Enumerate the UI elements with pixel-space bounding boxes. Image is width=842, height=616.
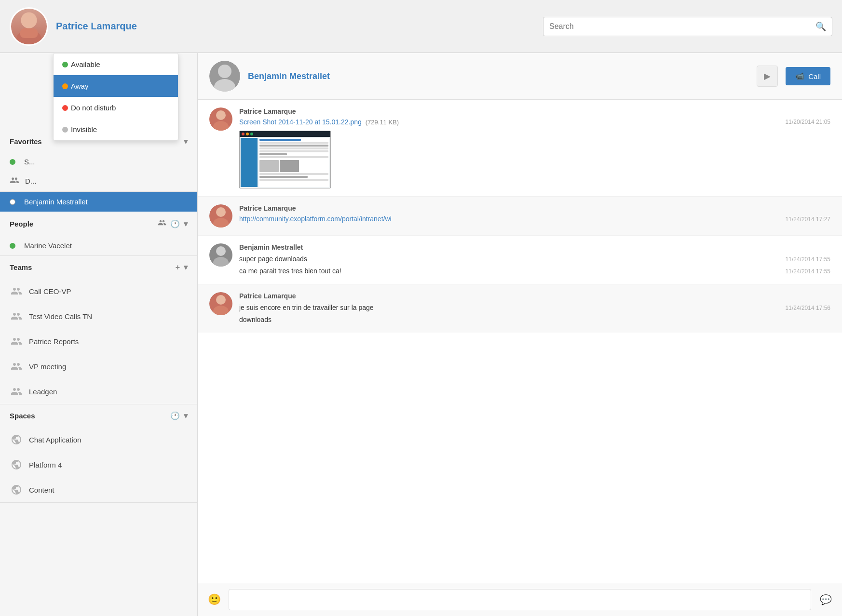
msg-content-2: Patrice Lamarque http://community.exopla… xyxy=(239,204,830,223)
msg-sender-patrice: Patrice Lamarque xyxy=(239,107,296,115)
msg-link[interactable]: http://community.exoplatform.com/portal/… xyxy=(239,215,392,223)
teams-icon-ceo xyxy=(10,284,23,298)
svg-point-5 xyxy=(218,65,231,78)
svg-point-11 xyxy=(216,207,226,217)
msg-header-4: Patrice Lamarque xyxy=(239,292,830,300)
emoji-button[interactable]: 🙂 xyxy=(205,591,223,608)
status-option-invisible[interactable]: Invisible xyxy=(54,119,178,140)
svg-point-17 xyxy=(216,295,226,305)
chat-input[interactable] xyxy=(229,589,811,610)
teams-header: Teams + ▾ xyxy=(0,256,197,279)
msg-text-4-1: je suis encore en trin de travailler sur… xyxy=(239,303,374,313)
spaces-item-chat[interactable]: Chat Application xyxy=(0,427,197,452)
chat-contact-avatar xyxy=(209,61,240,92)
teams-actions: + ▾ xyxy=(176,263,188,272)
msg-line-3-2: ca me parait tres tres bien tout ca! 11/… xyxy=(239,266,830,276)
teams-icon-leadgen xyxy=(10,385,23,398)
teams-plus-icon[interactable]: + xyxy=(176,263,180,272)
fav1-dot xyxy=(10,159,15,165)
people-list-icon[interactable] xyxy=(158,218,166,229)
favorites-label: Favorites xyxy=(10,137,42,146)
teams-item-ceo[interactable]: Call CEO-VP xyxy=(0,279,197,304)
spaces-item-platform[interactable]: Platform 4 xyxy=(0,452,197,477)
msg-sender-patrice2: Patrice Lamarque xyxy=(239,204,296,212)
spaces-icon-chat xyxy=(10,433,23,446)
people-header: People 🕐 ▾ xyxy=(0,212,197,236)
spaces-content-label: Content xyxy=(29,486,54,494)
spaces-item-content[interactable]: Content xyxy=(0,477,197,502)
teams-item-video[interactable]: Test Video Calls TN xyxy=(0,304,197,329)
msg-header-1: Patrice Lamarque xyxy=(239,107,830,115)
patrice-avatar-3 xyxy=(209,292,232,315)
people-actions: 🕐 ▾ xyxy=(158,218,188,229)
send-button[interactable]: 💬 xyxy=(817,591,834,608)
favorites-chevron-icon[interactable]: ▾ xyxy=(184,137,188,146)
fav2-label: D... xyxy=(25,177,36,185)
sidebar: Available Away Do not disturb Invisible … xyxy=(0,53,198,616)
status-option-available[interactable]: Available xyxy=(54,54,178,75)
svg-point-14 xyxy=(216,246,226,256)
msg-timestamp-1: 11/20/2014 21:05 xyxy=(786,119,830,125)
patrice-avatar-1 xyxy=(209,107,232,131)
svg-rect-3 xyxy=(20,28,38,38)
msg-file-row: Screen Shot 2014-11-20 at 15.01.22.png (… xyxy=(239,118,830,126)
msg-filesize: (729.11 KB) xyxy=(366,119,399,126)
msg-link-row: http://community.exoplatform.com/portal/… xyxy=(239,215,830,223)
people-item-marine[interactable]: Marine Vacelet xyxy=(0,236,197,255)
search-input[interactable] xyxy=(549,22,815,31)
play-button[interactable]: ▶ xyxy=(757,66,778,87)
search-box[interactable]: 🔍 xyxy=(543,17,832,36)
msg-filename[interactable]: Screen Shot 2014-11-20 at 15.01.22.png xyxy=(239,118,362,126)
active-contact-dot xyxy=(10,199,15,205)
msg-header-3: Benjamin Mestrallet xyxy=(239,243,830,251)
chat-contact-name: Benjamin Mestrallet xyxy=(248,71,749,81)
marine-dot xyxy=(10,243,15,249)
active-contact-item[interactable]: Benjamin Mestrallet xyxy=(0,192,197,212)
status-option-away[interactable]: Away xyxy=(54,75,178,97)
msg-timestamp-3-2: 11/24/2014 17:55 xyxy=(786,268,830,275)
favorites-actions: ▾ xyxy=(184,137,188,146)
favorites-item-2[interactable]: D... xyxy=(0,171,197,191)
benjamin-avatar-1 xyxy=(209,243,232,267)
people-clock-icon[interactable]: 🕐 xyxy=(170,219,180,228)
msg-content-1: Patrice Lamarque Screen Shot 2014-11-20 … xyxy=(239,107,830,188)
invisible-dot xyxy=(62,127,68,133)
msg-sender-row-4: Patrice Lamarque je suis encore en trin … xyxy=(209,292,830,325)
camera-icon: 📹 xyxy=(795,72,804,80)
spaces-chevron-icon[interactable]: ▾ xyxy=(184,411,188,420)
msg-line-3-1: super page downloads 11/24/2014 17:55 xyxy=(239,254,830,264)
favorites-item-1[interactable]: S... xyxy=(0,153,197,171)
teams-chevron-icon[interactable]: ▾ xyxy=(184,263,188,272)
msg-text-3-1: super page downloads xyxy=(239,254,307,264)
input-area: 🙂 💬 xyxy=(198,583,842,616)
marine-label: Marine Vacelet xyxy=(24,241,72,250)
status-option-dnd[interactable]: Do not disturb xyxy=(54,97,178,119)
msg-sender-row-3: Benjamin Mestrallet super page downloads… xyxy=(209,243,830,276)
message-group-1: Patrice Lamarque Screen Shot 2014-11-20 … xyxy=(198,100,842,197)
top-header: Patrice Lamarque 🔍 xyxy=(0,0,842,53)
teams-icon-vp xyxy=(10,360,23,373)
invisible-label: Invisible xyxy=(71,125,97,134)
msg-timestamp-3-1: 11/24/2014 17:55 xyxy=(786,256,830,263)
spaces-label: Spaces xyxy=(10,412,35,420)
teams-item-patrice[interactable]: Patrice Reports xyxy=(0,329,197,354)
msg-content-4: Patrice Lamarque je suis encore en trin … xyxy=(239,292,830,325)
spaces-platform-label: Platform 4 xyxy=(29,461,62,469)
people-label: People xyxy=(10,220,33,228)
teams-video-label: Test Video Calls TN xyxy=(29,312,92,321)
user-avatar[interactable] xyxy=(10,7,48,46)
fav1-label: S... xyxy=(24,158,35,166)
people-chevron-icon[interactable]: ▾ xyxy=(184,219,188,228)
spaces-chat-label: Chat Application xyxy=(29,436,81,444)
call-button[interactable]: 📹 Call xyxy=(786,67,830,85)
teams-icon-video xyxy=(10,309,23,323)
available-label: Available xyxy=(71,60,100,68)
teams-item-leadgen[interactable]: Leadgen xyxy=(0,379,197,404)
available-dot xyxy=(62,62,68,67)
msg-content-3: Benjamin Mestrallet super page downloads… xyxy=(239,243,830,276)
spaces-clock-icon[interactable]: 🕐 xyxy=(170,411,180,420)
teams-item-vp[interactable]: VP meeting xyxy=(0,354,197,379)
message-group-4: Patrice Lamarque je suis encore en trin … xyxy=(198,284,842,333)
patrice-avatar-2 xyxy=(209,204,232,228)
search-icon: 🔍 xyxy=(815,21,826,32)
